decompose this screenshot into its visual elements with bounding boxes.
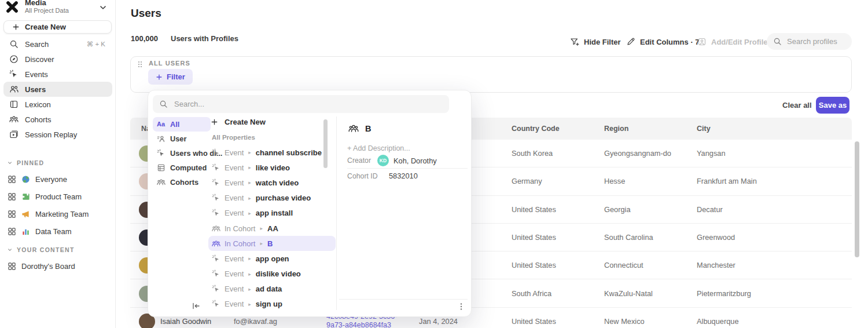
picker-item-sign-up[interactable]: Event▸sign up [208,297,336,312]
picker-items: Event▸channel subscribeEvent▸like videoE… [208,145,336,312]
cohort-id-row: Cohort ID 5832010 [347,172,418,180]
profile-badge-icon [697,37,707,46]
add-description-button[interactable]: + Add Description... [347,144,410,152]
board-item-product-team[interactable]: Product Team [0,188,116,205]
divider [347,168,468,169]
picker-item-purchase-video[interactable]: Event▸purchase video [208,191,336,206]
board-item-label: Everyone [35,175,67,184]
picker-item-dislike-video[interactable]: Event▸dislike video [208,267,336,282]
section-header-pinned[interactable]: PINNED [0,155,116,170]
add-filter-button[interactable]: Filter [148,69,193,85]
arrow-right-icon: ▸ [248,195,251,201]
event-icon [212,269,220,278]
sidebar-item-label: Discover [25,55,54,64]
event-icon [9,70,19,79]
column-header-country[interactable]: Country Code [512,118,560,140]
cell-region: South Carolina [604,224,653,251]
picker-item-app-open[interactable]: Event▸app open [208,251,336,266]
save-as-button[interactable]: Save as [816,97,849,114]
board-item-marketing-team[interactable]: Marketing Team [0,205,116,223]
shortcut-hint: ⌘ + K [87,40,105,48]
column-header-city[interactable]: City [697,118,711,140]
sidebar-item-label: Events [25,70,48,79]
page-title: Users [131,7,161,20]
picker-item-b[interactable]: In Cohort▸B [208,236,336,251]
drag-handle-icon[interactable] [137,60,143,69]
arrow-right-icon: ▸ [248,271,251,277]
cell-region: Hesse [604,167,625,195]
edit-columns-button[interactable]: Edit Columns · 7 [626,34,700,50]
pencil-icon [626,37,635,46]
event-icon [212,178,220,187]
plus-icon [12,23,20,31]
project-switcher[interactable]: Media All Project Data [5,0,69,14]
picker-item-channel-subscribe[interactable]: Event▸channel subscribe [208,145,336,160]
picker-search-input[interactable] [173,99,422,109]
cohort-icon [212,224,220,233]
picker-category-users-who-di[interactable]: Users who di... [153,146,211,161]
board-item-everyone[interactable]: Everyone [0,170,116,188]
board-grid-icon [8,262,16,271]
megaphone-icon [21,210,30,218]
arrow-right-icon: ▸ [260,240,263,246]
picker-item-ad-data[interactable]: Event▸ad data [208,282,336,297]
event-icon [212,209,220,217]
sidebar-item-cohorts[interactable]: Cohorts [3,112,112,127]
plus-icon [156,74,163,81]
board-item-dorothy-s-board[interactable]: Dorothy's Board [0,257,116,275]
sidebar-item-discover[interactable]: Discover [3,52,112,67]
cohort-name: B [365,124,371,133]
search-icon [773,37,782,46]
arrow-right-icon: ▸ [248,210,251,216]
arrow-right-icon: ▸ [248,286,251,292]
picker-category-computed[interactable]: Computed [153,161,211,175]
users-icon [9,85,19,94]
cell-city: Yangsan [697,140,726,167]
chevron-down-icon[interactable] [98,3,108,12]
sidebar-item-users[interactable]: Users [3,82,112,97]
more-options-icon[interactable] [457,302,466,311]
sidebar-item-events[interactable]: Events [3,67,112,82]
cell-country: South Korea [512,140,553,167]
picker-create-new-button[interactable]: Create New [211,118,266,126]
picker-item-app-install[interactable]: Event▸app install [208,206,336,221]
board-grid-icon [8,192,16,201]
create-new-label: Create New [25,23,66,31]
cohort-icon [157,178,165,187]
picker-category-cohorts[interactable]: Cohorts [153,175,211,189]
creator-avatar: KD [377,155,389,166]
add-edit-profile-button[interactable]: Add/Edit Profile [697,34,768,50]
section-header-your-content[interactable]: YOUR CONTENT [0,242,116,257]
column-header-region[interactable]: Region [604,118,628,140]
cohort-id-value: 5832010 [389,172,418,180]
collapse-panel-icon[interactable] [192,301,201,311]
search-profiles-input[interactable] [786,37,848,46]
event-icon [212,285,220,293]
board-item-label: Marketing Team [35,210,89,218]
cell-country: South Africa [512,280,551,307]
picker-category-all[interactable]: AaAll [153,117,211,132]
sidebar-item-search[interactable]: Search⌘ + K [3,37,112,52]
picker-scrollbar[interactable] [323,119,328,168]
table-scrollbar[interactable] [855,141,859,257]
book-icon [9,100,19,109]
board-item-data-team[interactable]: Data Team [0,223,116,240]
text-aa-icon: Aa [157,120,165,129]
sidebar-item-label: Session Replay [25,130,77,139]
clear-all-button[interactable]: Clear all [782,101,812,110]
board-grid-icon [8,175,16,184]
create-new-button[interactable]: Create New [3,20,112,34]
picker-item-aa[interactable]: In Cohort▸AA [208,221,336,236]
sidebar-item-session-replay[interactable]: Session Replay [3,127,112,142]
picker-category-label: All [170,120,179,129]
user-count: 100,000 [131,34,158,43]
cell-country: United States [512,308,556,328]
picker-category-label: Computed [170,163,207,172]
hide-filter-button[interactable]: Hide Filter [570,34,621,50]
board-item-label: Data Team [35,227,72,236]
picker-item-watch-video[interactable]: Event▸watch video [208,175,336,190]
picker-category-user[interactable]: User [153,132,211,146]
picker-item-like-video[interactable]: Event▸like video [208,160,336,175]
sidebar-item-lexicon[interactable]: Lexicon [3,97,112,112]
board-grid-icon [8,227,16,236]
